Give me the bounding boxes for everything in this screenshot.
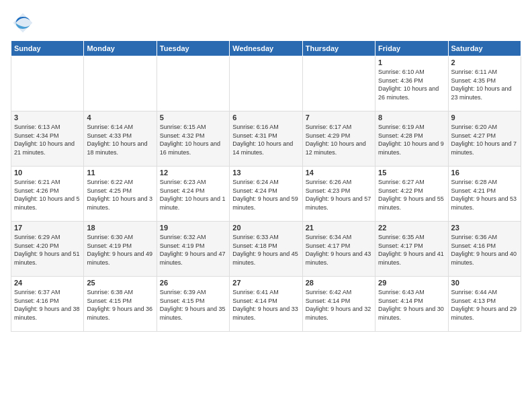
day-number: 14 [306,169,372,177]
day-info: Sunrise: 6:15 AM Sunset: 4:32 PM Dayligh… [160,123,226,156]
day-info: Sunrise: 6:23 AM Sunset: 4:24 PM Dayligh… [160,178,226,212]
day-info: Sunrise: 6:34 AM Sunset: 4:17 PM Dayligh… [306,233,372,267]
day-number: 6 [232,113,299,122]
day-info: Sunrise: 6:27 AM Sunset: 4:22 PM Dayligh… [378,178,445,212]
day-number: 12 [160,169,226,177]
day-number: 25 [87,279,153,287]
calendar-cell: 20Sunrise: 6:33 AM Sunset: 4:18 PM Dayli… [230,222,302,277]
day-number: 28 [306,279,372,287]
day-info: Sunrise: 6:11 AM Sunset: 4:35 PM Dayligh… [451,68,518,101]
col-header-tuesday: Tuesday [157,41,229,56]
calendar-cell: 30Sunrise: 6:44 AM Sunset: 4:13 PM Dayli… [448,277,521,332]
col-header-sunday: Sunday [11,41,84,56]
calendar-week-row: 3Sunrise: 6:13 AM Sunset: 4:34 PM Daylig… [11,111,521,167]
calendar-week-row: 1Sunrise: 6:10 AM Sunset: 4:36 PM Daylig… [11,56,521,111]
calendar-cell: 8Sunrise: 6:19 AM Sunset: 4:28 PM Daylig… [375,111,448,167]
day-info: Sunrise: 6:29 AM Sunset: 4:20 PM Dayligh… [14,233,81,267]
col-header-thursday: Thursday [302,41,375,56]
col-header-monday: Monday [84,41,157,56]
day-number: 26 [160,279,226,287]
day-info: Sunrise: 6:26 AM Sunset: 4:23 PM Dayligh… [306,178,372,212]
calendar-cell: 11Sunrise: 6:22 AM Sunset: 4:25 PM Dayli… [84,167,157,222]
day-info: Sunrise: 6:32 AM Sunset: 4:19 PM Dayligh… [160,233,226,267]
calendar-header-row: SundayMondayTuesdayWednesdayThursdayFrid… [11,41,521,56]
calendar-cell: 4Sunrise: 6:14 AM Sunset: 4:33 PM Daylig… [84,111,157,167]
calendar-cell [302,56,375,111]
day-number: 16 [451,169,518,177]
day-info: Sunrise: 6:44 AM Sunset: 4:13 PM Dayligh… [451,288,518,322]
header [11,11,521,35]
day-number: 20 [232,224,299,232]
day-number: 15 [378,169,445,177]
calendar-cell: 5Sunrise: 6:15 AM Sunset: 4:32 PM Daylig… [157,111,229,167]
calendar-table: SundayMondayTuesdayWednesdayThursdayFrid… [11,40,521,332]
day-info: Sunrise: 6:43 AM Sunset: 4:14 PM Dayligh… [378,288,445,322]
calendar-cell: 25Sunrise: 6:38 AM Sunset: 4:15 PM Dayli… [84,277,157,332]
calendar-cell: 16Sunrise: 6:28 AM Sunset: 4:21 PM Dayli… [448,167,521,222]
day-number: 7 [306,113,372,122]
calendar-cell: 17Sunrise: 6:29 AM Sunset: 4:20 PM Dayli… [11,222,84,277]
calendar-cell: 22Sunrise: 6:35 AM Sunset: 4:17 PM Dayli… [375,222,448,277]
day-info: Sunrise: 6:14 AM Sunset: 4:33 PM Dayligh… [87,123,153,156]
calendar-page: SundayMondayTuesdayWednesdayThursdayFrid… [0,0,532,411]
day-number: 27 [232,279,299,287]
day-info: Sunrise: 6:36 AM Sunset: 4:16 PM Dayligh… [451,233,518,267]
day-info: Sunrise: 6:35 AM Sunset: 4:17 PM Dayligh… [378,233,445,267]
day-info: Sunrise: 6:19 AM Sunset: 4:28 PM Dayligh… [378,123,445,156]
calendar-cell: 6Sunrise: 6:16 AM Sunset: 4:31 PM Daylig… [230,111,302,167]
calendar-week-row: 24Sunrise: 6:37 AM Sunset: 4:16 PM Dayli… [11,277,521,332]
day-number: 9 [451,113,518,122]
col-header-friday: Friday [375,41,448,56]
day-number: 13 [232,169,299,177]
day-number: 11 [87,169,153,177]
calendar-week-row: 17Sunrise: 6:29 AM Sunset: 4:20 PM Dayli… [11,222,521,277]
calendar-cell: 10Sunrise: 6:21 AM Sunset: 4:26 PM Dayli… [11,167,84,222]
calendar-cell [11,56,84,111]
calendar-cell: 29Sunrise: 6:43 AM Sunset: 4:14 PM Dayli… [375,277,448,332]
calendar-cell: 23Sunrise: 6:36 AM Sunset: 4:16 PM Dayli… [448,222,521,277]
calendar-cell: 24Sunrise: 6:37 AM Sunset: 4:16 PM Dayli… [11,277,84,332]
day-number: 10 [14,169,81,177]
day-number: 29 [378,279,445,287]
calendar-cell: 18Sunrise: 6:30 AM Sunset: 4:19 PM Dayli… [84,222,157,277]
day-number: 19 [160,224,226,232]
calendar-cell: 21Sunrise: 6:34 AM Sunset: 4:17 PM Dayli… [302,222,375,277]
day-info: Sunrise: 6:13 AM Sunset: 4:34 PM Dayligh… [14,123,81,156]
calendar-cell: 2Sunrise: 6:11 AM Sunset: 4:35 PM Daylig… [448,56,521,111]
calendar-cell: 13Sunrise: 6:24 AM Sunset: 4:24 PM Dayli… [230,167,302,222]
calendar-cell: 3Sunrise: 6:13 AM Sunset: 4:34 PM Daylig… [11,111,84,167]
calendar-cell: 9Sunrise: 6:20 AM Sunset: 4:27 PM Daylig… [448,111,521,167]
calendar-cell: 26Sunrise: 6:39 AM Sunset: 4:15 PM Dayli… [157,277,229,332]
day-number: 23 [451,224,518,232]
day-number: 2 [451,58,518,66]
calendar-cell: 19Sunrise: 6:32 AM Sunset: 4:19 PM Dayli… [157,222,229,277]
day-number: 8 [378,113,445,122]
calendar-cell: 1Sunrise: 6:10 AM Sunset: 4:36 PM Daylig… [375,56,448,111]
day-info: Sunrise: 6:17 AM Sunset: 4:29 PM Dayligh… [306,123,372,156]
day-number: 21 [306,224,372,232]
logo [11,11,38,35]
day-info: Sunrise: 6:22 AM Sunset: 4:25 PM Dayligh… [87,178,153,212]
day-number: 17 [14,224,81,232]
calendar-cell: 27Sunrise: 6:41 AM Sunset: 4:14 PM Dayli… [230,277,302,332]
col-header-wednesday: Wednesday [230,41,302,56]
col-header-saturday: Saturday [448,41,521,56]
calendar-cell: 7Sunrise: 6:17 AM Sunset: 4:29 PM Daylig… [302,111,375,167]
day-info: Sunrise: 6:33 AM Sunset: 4:18 PM Dayligh… [232,233,299,267]
calendar-cell: 12Sunrise: 6:23 AM Sunset: 4:24 PM Dayli… [157,167,229,222]
day-number: 1 [378,58,445,66]
day-info: Sunrise: 6:42 AM Sunset: 4:14 PM Dayligh… [306,288,372,322]
day-info: Sunrise: 6:16 AM Sunset: 4:31 PM Dayligh… [232,123,299,156]
day-info: Sunrise: 6:24 AM Sunset: 4:24 PM Dayligh… [232,178,299,212]
logo-icon [11,11,35,35]
day-info: Sunrise: 6:39 AM Sunset: 4:15 PM Dayligh… [160,288,226,322]
calendar-cell [84,56,157,111]
day-number: 24 [14,279,81,287]
day-info: Sunrise: 6:28 AM Sunset: 4:21 PM Dayligh… [451,178,518,212]
calendar-week-row: 10Sunrise: 6:21 AM Sunset: 4:26 PM Dayli… [11,167,521,222]
day-number: 3 [14,113,81,122]
day-number: 5 [160,113,226,122]
calendar-cell: 14Sunrise: 6:26 AM Sunset: 4:23 PM Dayli… [302,167,375,222]
day-number: 18 [87,224,153,232]
day-info: Sunrise: 6:20 AM Sunset: 4:27 PM Dayligh… [451,123,518,156]
